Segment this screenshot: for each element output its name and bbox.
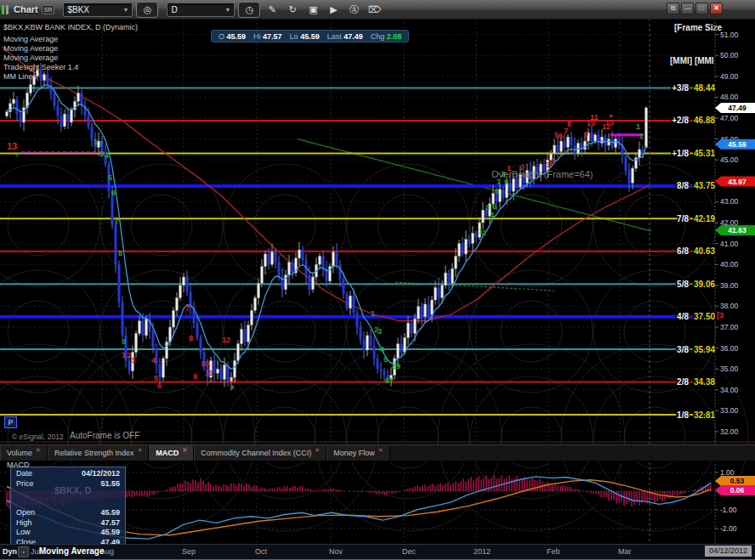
candle-body [275,252,277,262]
seeker-signal-green: + [230,383,235,392]
tab-commodity-channel-index-cci-[interactable]: Commodity Channel Index (CCI)✕ [194,445,326,461]
candle-body [417,306,420,319]
study-label-seeker[interactable]: Tradesight Seeker 1.4 [3,63,78,71]
seeker-signal-red: 6 [559,132,563,140]
close-button[interactable]: ✕ [710,3,723,14]
candle-body [30,85,32,93]
eraser-button[interactable]: ⌦ [366,3,383,17]
tab-close-icon[interactable]: ✕ [378,447,383,454]
candle-body [400,344,403,353]
seeker-signal-green: 2 [639,132,644,140]
interval-clock-button[interactable]: ◷ [238,2,260,18]
candle-body [332,252,335,266]
price-tag-text: 47.49 [728,104,746,112]
candle-body [591,133,593,141]
candle-body [254,298,257,311]
candle-body [43,74,46,80]
info-label: Date [16,469,32,479]
mm-label-value: 35.94 [694,345,715,354]
dyn-label: Dyn [3,547,17,556]
mm-label-frac: 1/8 [677,410,689,420]
seeker-signal-red: 9 [193,372,197,381]
lock-icon[interactable]: ▪ [18,546,29,557]
symbol-combo[interactable]: $BKX▼ [63,3,133,17]
price-tick-label: 35.00 [720,365,739,373]
overbought-note: OverBought (Frame=64) [491,169,593,179]
study-label-ma3[interactable]: Moving Average [3,54,58,62]
candle-body [628,171,631,184]
month-label-feb: Feb [547,547,560,556]
tab-close-icon[interactable]: ✕ [315,447,320,454]
candle-body [247,325,250,342]
gann-circle [131,195,192,256]
tab-close-icon[interactable]: ✕ [182,447,187,454]
gann-circle [347,164,469,286]
tab-close-icon[interactable]: ✕ [36,447,41,454]
seeker-signal-green: 7 [115,218,119,226]
candle-body [166,342,168,359]
info-row: Open45.59 [11,508,125,518]
play-button[interactable]: ▶ [325,3,342,17]
seeker-signal-red: 11 [205,369,213,377]
tab-macd[interactable]: MACD✕ [149,445,194,461]
study-label-ma1[interactable]: Moving Average [3,35,58,43]
candle-body [462,244,464,254]
seeker-signal-green: 9 [396,362,400,371]
candle-body [71,110,73,122]
gann-circle [501,301,562,362]
interval-combo[interactable]: D▼ [167,3,235,17]
popout-button[interactable]: ⧉ [667,3,679,14]
info-row: Price51.55 [11,479,125,489]
candle-body [428,304,430,314]
refresh-button[interactable]: ↻ [284,3,301,17]
candle-body [224,365,226,379]
interval-value: D [171,5,177,14]
price-tick-label: 49.00 [720,72,739,81]
candle-body [360,327,362,340]
candle-body [608,139,610,145]
seeker-signal-green: 2 [99,139,103,148]
candle-body [47,74,49,84]
candle-body [179,286,182,298]
seeker-signal-red: 4 [551,156,555,165]
candle-body [482,210,485,223]
tab-volume[interactable]: Volume✕ [0,445,48,461]
price-tick-label: 40.00 [720,260,739,269]
p-badge[interactable]: P [4,416,17,428]
candle-body [601,137,604,143]
draw-pencil-button[interactable]: ✎ [264,3,281,17]
study-tabs: Volume✕Relative Strength Index✕MACD✕Comm… [0,444,755,461]
candle-body [380,369,383,371]
price-tick-label: 47.00 [720,114,739,122]
candle-body [343,279,345,293]
autotrade-button[interactable]: Ⓐ [345,3,362,17]
quote-window-button[interactable]: ▣ [304,3,321,17]
chg-label: Chg [371,32,385,41]
candle-body [445,273,447,286]
mm-label-value: 42.19 [694,214,715,223]
candle-body [67,114,70,122]
high-label: Hi [253,32,261,41]
info-value: 51.55 [100,479,120,489]
candle-body [411,323,413,333]
price-tick-label: 37.00 [720,323,739,331]
tab-close-icon[interactable]: ✕ [137,447,142,454]
candle-body [40,70,43,80]
symbol-lookup-button[interactable]: ◎ [136,2,158,18]
time-axis-bar[interactable]: Dyn ▪ Moving Average 04/12/2012 JulAugSe… [0,544,755,560]
gann-circle [8,301,69,362]
maximize-button[interactable]: □ [695,3,708,14]
status-led-icon [2,5,4,14]
mm-label-frac: +1/8 [672,149,689,158]
tab-money-flow[interactable]: Money Flow✕ [326,445,389,461]
bracket3-note: [3 [717,311,724,320]
tab-relative-strength-index[interactable]: Relative Strength Index✕ [48,445,149,461]
study-label-ma2[interactable]: Moving Average [3,44,58,53]
autoframe-note: AutoFrame is OFF [70,431,139,440]
study-label-mmlines[interactable]: MM Lines [3,72,37,81]
sr-badge-icon: SR [42,5,55,14]
price-tick-label: 45.00 [720,156,739,164]
minimize-button[interactable]: — [681,3,694,14]
candle-body [251,310,253,325]
candle-body [88,116,90,127]
